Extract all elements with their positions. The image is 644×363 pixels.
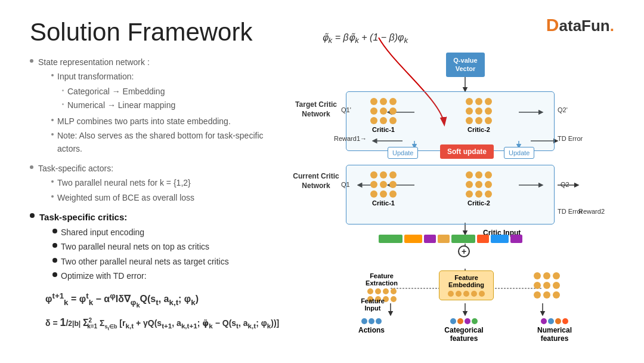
numerical-nn <box>534 272 560 299</box>
target-critic1-label: Critic-1 <box>370 126 397 133</box>
mlp-dot <box>51 119 54 121</box>
sub-sub-dot-2 <box>62 103 64 105</box>
bce-text: Weighted sum of BCE as overall loss <box>57 191 194 204</box>
actors-sub-bullets: Two parallel neural nets for k = {1,2} W… <box>38 176 194 204</box>
actions-bottom-label: Actions <box>351 318 392 334</box>
q1-label: Q1 <box>341 181 350 188</box>
target-critic-region: Critic-1 Critic-2 <box>346 91 555 151</box>
left-panel: State representation network : Input tra… <box>30 53 286 363</box>
numerical-label: Numerical → Linear mapping <box>67 99 175 112</box>
optimize-text: Optimize with TD error: <box>61 269 147 282</box>
formula-line1: φt+1k = φtk − αφIδ∇φkQ(st, ak,t; φk) <box>45 290 279 310</box>
feature-extraction-label: FeatureExtraction <box>358 272 405 287</box>
bar-red <box>477 235 489 243</box>
bullet-label: State representation network : Input tra… <box>38 56 286 158</box>
parallel-nets-bullet: Two parallel neural nets for k = {1,2} <box>51 176 194 189</box>
target-critic1-nn: Critic-1 <box>370 98 397 133</box>
formula-area: φt+1k = φtk − αφIδ∇φkQ(st, ak,t; φk) δ =… <box>39 290 279 333</box>
categorical-bullet: Categorical → Embedding <box>62 85 286 98</box>
current-critic1-nn: Critic-1 <box>370 171 397 207</box>
shared-encoding-bullet: Shared input encoding <box>52 226 279 239</box>
target-critic2-nn: Critic-2 <box>466 98 492 133</box>
current-critic2-nn: Critic-2 <box>466 171 492 207</box>
note-dot <box>51 133 54 136</box>
two-nets-critics-text: Two parallel neural nets on top as criti… <box>61 240 209 253</box>
bullet-dot-bold <box>30 213 35 218</box>
sub-bullets-input: Input transformation: Categorical → Embe… <box>38 70 286 112</box>
extra-bullets: MLP combines two parts into state embedd… <box>38 115 286 156</box>
note-bullet: Note: Also serves as the shared bottom f… <box>51 129 286 156</box>
q2-prime-label: Q2' <box>558 106 568 113</box>
soft-update-box: Soft update <box>440 144 494 159</box>
parallel-nets-text: Two parallel neural nets for k = {1,2} <box>57 176 191 189</box>
note-text: Note: Also serves as the shared bottom f… <box>57 129 286 156</box>
shared-dot <box>52 229 57 233</box>
logo-rest: ataFun <box>559 17 610 35</box>
optimize-bullet: Optimize with TD error: <box>52 269 279 282</box>
categorical-label: Categorical → Embedding <box>67 85 165 98</box>
bar-green-2 <box>451 235 475 243</box>
sub-sub-bullets: Categorical → Embedding Numerical → Line… <box>51 85 286 112</box>
update-box-right: Update <box>504 147 534 159</box>
formula-line2: δ = 1/2|b| Σ2k=1 Σst∈b [rk,t + γQ(st+1, … <box>45 314 279 333</box>
parallel-dot <box>51 180 54 183</box>
target-critic2-label: Critic-2 <box>466 126 492 133</box>
td-error-left: TD Error <box>558 135 583 142</box>
sub-dot <box>51 74 54 76</box>
target-dot <box>52 258 57 263</box>
bullet-task-critics: Task-specific critics: Shared input enco… <box>30 210 286 333</box>
bullet-state-network: State representation network : Input tra… <box>30 56 286 158</box>
current-critic-label: Current Critic Network <box>289 172 343 190</box>
top-formula: φ̃k = βφ̃k + (1 − β)φk <box>322 32 408 45</box>
sub-sub-dot <box>62 90 64 91</box>
bullet-dot-2 <box>30 165 33 169</box>
numerical-bottom-label: Numerical features <box>525 318 584 343</box>
categorical-bottom-label: Categorical features <box>434 318 494 343</box>
q1-prime-label: Q1' <box>341 106 351 113</box>
q2-label: Q2 <box>561 181 569 188</box>
qvalue-box: Q-value Vector <box>446 53 485 77</box>
critic-input-bar <box>379 235 546 243</box>
datafun-logo: DataFun. <box>546 15 614 35</box>
reward2-label: Reward2 <box>578 208 605 215</box>
shared-encoding-text: Shared input encoding <box>61 226 144 239</box>
current-critic1-label: Critic-1 <box>370 199 397 207</box>
reward1-label: Reward1→ <box>334 135 367 142</box>
update-box-left: Update <box>388 147 418 159</box>
bullet-task-actors: Task-specific actors: Two parallel neura… <box>30 162 286 207</box>
plus-circle: + <box>458 245 470 257</box>
two-nets-critics-bullet: Two parallel neural nets on top as criti… <box>52 240 279 253</box>
sub-bullet-input-transform: Input transformation: <box>51 70 286 83</box>
target-critics-text: Two other parallel neural nets as target… <box>61 255 229 268</box>
bar-orange <box>404 235 422 243</box>
bullet-critics-label: Task-specific critics: Shared input enco… <box>39 210 279 333</box>
logo-d: D <box>546 15 559 35</box>
feature-input-label: FeatureInput <box>343 297 402 312</box>
target-critic-label: Target Critic Network <box>289 100 343 119</box>
content-area: State representation network : Input tra… <box>0 53 644 363</box>
bullet-actors-label: Task-specific actors: Two parallel neura… <box>38 162 194 207</box>
logo-dot: . <box>610 17 614 35</box>
current-critic2-label: Critic-2 <box>466 199 492 207</box>
bar-yellow <box>438 235 450 243</box>
bar-blue <box>491 235 509 243</box>
qvalue-label: Q-value Vector <box>453 57 477 72</box>
bullet-dot <box>30 59 33 63</box>
bar-purple <box>424 235 436 243</box>
mlp-bullet: MLP combines two parts into state embedd… <box>51 115 286 128</box>
current-critic-region: Critic-1 Critic-2 <box>346 165 555 224</box>
optimize-dot <box>52 272 57 277</box>
critics-sub-bullets: Shared input encoding Two parallel neura… <box>39 226 279 283</box>
bar-purple-2 <box>510 235 522 243</box>
numerical-bullet: Numerical → Linear mapping <box>62 99 286 112</box>
feature-embedding-box: FeatureEmbedding <box>439 270 494 300</box>
mlp-text: MLP combines two parts into state embedd… <box>57 115 231 128</box>
target-critics-bullet: Two other parallel neural nets as target… <box>52 255 279 268</box>
bce-bullet: Weighted sum of BCE as overall loss <box>51 191 194 204</box>
bar-green <box>379 235 402 243</box>
feature-embedding-label: FeatureEmbedding <box>448 274 485 288</box>
bce-dot <box>51 195 54 198</box>
two-nets-dot <box>52 243 57 248</box>
input-transform-label: Input transformation: <box>57 70 134 83</box>
right-panel: φ̃k = βφ̃k + (1 − β)φk <box>286 53 626 363</box>
